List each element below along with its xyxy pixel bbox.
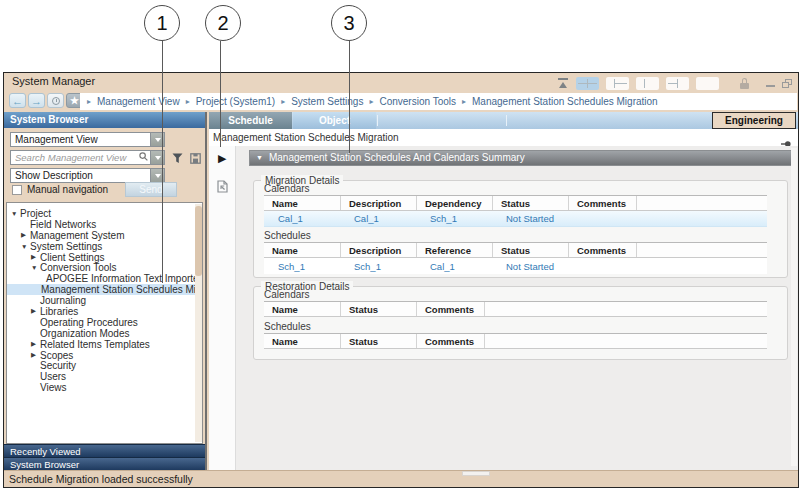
chevron-right-icon[interactable]: ▶ [31, 351, 40, 359]
system-browser-bar[interactable]: System Browser [4, 457, 205, 470]
tab-separator [377, 115, 378, 126]
chevron-right-icon[interactable]: ▶ [31, 253, 40, 261]
tree-item[interactable]: Views [7, 382, 202, 393]
chevron-right-icon[interactable]: ▶ [21, 231, 30, 239]
column-header[interactable]: Comments [568, 243, 636, 257]
tree-item[interactable]: APOGEE Information Text Importer [7, 273, 202, 284]
layout-two-pane-icon[interactable] [636, 77, 659, 90]
breadcrumb-item[interactable]: Conversion Tools [379, 96, 456, 107]
minimize-icon[interactable] [766, 85, 775, 87]
workspace-panel: Schedule Migration Object Configurator E… [209, 112, 798, 470]
chevron-down-icon[interactable]: ▼ [11, 210, 20, 217]
layout-grid-icon[interactable] [576, 77, 599, 90]
search-input[interactable] [11, 152, 139, 163]
display-selector[interactable]: Show Description [10, 168, 165, 183]
splitter-handle[interactable] [462, 471, 490, 476]
save-icon[interactable] [190, 150, 201, 168]
tree-item[interactable]: Users [7, 371, 202, 382]
column-header[interactable]: Comments [416, 334, 484, 348]
search-field[interactable] [10, 150, 165, 165]
table-row[interactable]: Cal_1Cal_1Sch_1Not Started [264, 211, 767, 227]
engineering-mode-tab[interactable]: Engineering [712, 112, 796, 129]
column-header[interactable]: Dependency [416, 196, 492, 210]
view-selector[interactable]: Management View [10, 132, 165, 147]
breadcrumb-item[interactable]: Management Station Schedules Migration [472, 96, 658, 107]
restore-icon[interactable] [782, 79, 792, 88]
run-migration-icon[interactable]: ▶ [218, 153, 226, 164]
tree-item[interactable]: ▼System Settings [7, 241, 202, 252]
tree-item[interactable]: ▼Conversion Tools [7, 262, 202, 273]
tree-item[interactable]: ▶Scopes [7, 350, 202, 361]
tree-item[interactable]: ▶Management System [7, 230, 202, 241]
workspace-content: ▶ ▼ Management Station Schedules And Cal… [209, 146, 798, 470]
callout-3: 3 [331, 5, 367, 41]
back-button[interactable]: ← [9, 93, 26, 108]
chevron-right-icon[interactable]: ▶ [31, 307, 40, 315]
layout-left-stack-icon[interactable] [606, 77, 629, 90]
tree-item[interactable]: ▶Related Items Templates [7, 339, 202, 350]
breadcrumb-separator-icon: ▸ [462, 97, 466, 106]
filter-icon[interactable] [172, 150, 183, 168]
table-row[interactable]: Sch_1Sch_1Cal_1Not Started [264, 258, 767, 274]
export-report-icon[interactable] [216, 179, 229, 197]
tree-item[interactable]: Organization Modes [7, 328, 202, 339]
migration-details-group: Migration Details Calendars NameDescript… [253, 180, 788, 278]
column-header[interactable]: Name [264, 243, 340, 257]
column-header[interactable]: Comments [568, 196, 636, 210]
tree-item-label: System Settings [30, 241, 102, 252]
chevron-down-icon[interactable]: ▼ [31, 264, 40, 271]
chevron-down-icon[interactable]: ▼ [256, 151, 263, 165]
column-header[interactable]: Reference [416, 243, 492, 257]
breadcrumb-item[interactable]: System Settings [291, 96, 363, 107]
table-header-row: NameStatusComments [264, 333, 767, 349]
column-header[interactable]: Description [340, 243, 416, 257]
recently-viewed-bar[interactable]: Recently Viewed [4, 444, 205, 457]
summary-header-bar[interactable]: ▼ Management Station Schedules And Calen… [249, 150, 794, 166]
tree-item-label: Management System [30, 230, 125, 241]
table-cell: Cal_1 [340, 213, 416, 224]
tree-item[interactable]: Operating Procedures [7, 317, 202, 328]
column-header[interactable]: Status [340, 334, 416, 348]
tree-item[interactable]: ▶Libraries [7, 306, 202, 317]
column-header[interactable]: Status [340, 302, 416, 316]
column-header[interactable]: Name [264, 334, 340, 348]
chevron-down-icon[interactable]: ▼ [21, 243, 30, 250]
forward-button[interactable]: → [28, 93, 45, 108]
tree-item-label: Security [40, 360, 76, 371]
tree-item[interactable]: Field Networks [7, 219, 202, 230]
tree-scrollbar[interactable] [195, 204, 202, 442]
collapse-panels-icon[interactable] [557, 78, 569, 89]
work-area: ▼ Management Station Schedules And Calen… [237, 146, 798, 470]
summary-header-label: Management Station Schedules And Calenda… [269, 151, 525, 165]
action-icon-strip: ▶ [209, 146, 236, 470]
status-message: Schedule Migration loaded successfully [9, 473, 193, 485]
work-area-scrollbar[interactable] [791, 148, 797, 466]
tree-item[interactable]: Security [7, 360, 202, 371]
tab-schedule-migration[interactable]: Schedule Migration [209, 112, 292, 129]
layout-single-icon[interactable] [696, 77, 719, 90]
history-button[interactable] [47, 93, 64, 108]
column-header[interactable]: Name [264, 302, 340, 316]
column-header[interactable]: Name [264, 196, 340, 210]
breadcrumb-item[interactable]: Management View [97, 96, 180, 107]
breadcrumb-item[interactable]: Project (System1) [196, 96, 275, 107]
tree-scrollbar-thumb[interactable] [195, 206, 202, 276]
callout-line-3 [349, 41, 351, 153]
column-header[interactable]: Description [340, 196, 416, 210]
column-header[interactable]: Comments [416, 302, 484, 316]
callout-2-label: 2 [217, 12, 228, 35]
tree-item[interactable]: ▼Project [7, 208, 202, 219]
tree-item[interactable]: Management Station Schedules Migration [7, 284, 202, 295]
pin-icon[interactable] [781, 134, 791, 142]
tree-item[interactable]: Journaling [7, 295, 202, 306]
tab-object-configurator[interactable]: Object Configurator [293, 112, 376, 129]
column-header[interactable]: Status [492, 196, 568, 210]
table-cell: Not Started [492, 261, 568, 272]
layout-quad-icon[interactable] [666, 77, 689, 90]
tree-item[interactable]: ▶Client Settings [7, 252, 202, 263]
restoration-schedules-label: Schedules [264, 321, 311, 332]
manual-navigation-checkbox[interactable] [12, 185, 22, 195]
chevron-right-icon[interactable]: ▶ [31, 340, 40, 348]
column-header[interactable]: Status [492, 243, 568, 257]
send-button[interactable]: Send [125, 182, 177, 197]
